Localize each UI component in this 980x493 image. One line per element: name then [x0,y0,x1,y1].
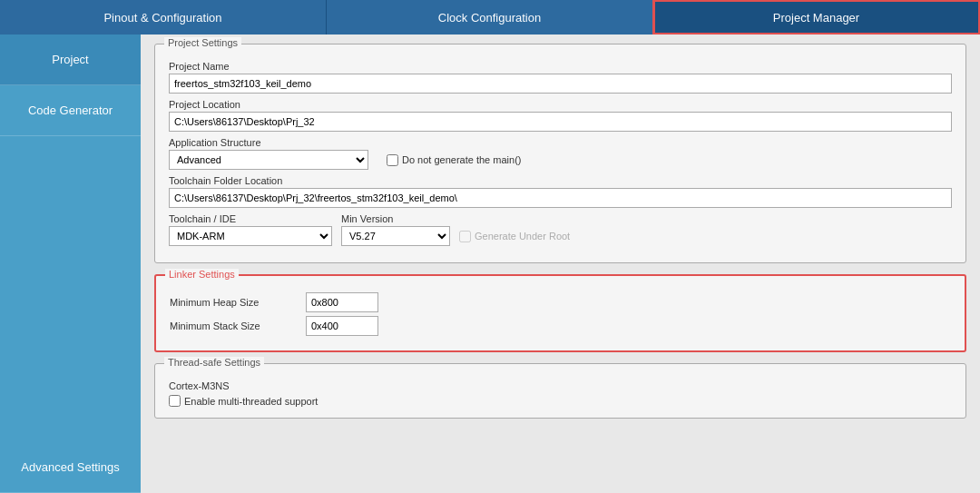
min-heap-label: Minimum Heap Size [170,297,306,308]
app-structure-select[interactable]: Advanced Basic [169,150,368,170]
app-structure-label: Application Structure [169,137,952,148]
min-stack-row: Minimum Stack Size [170,316,951,336]
min-heap-row: Minimum Heap Size [170,292,951,312]
project-location-label: Project Location [169,99,952,110]
thread-safe-section: Thread-safe Settings Cortex-M3NS Enable … [154,363,966,419]
tab-clock[interactable]: Clock Configuration [327,0,653,35]
generate-under-root-text: Generate Under Root [475,231,570,242]
toolchain-folder-input[interactable] [169,188,952,208]
min-heap-input[interactable] [306,292,378,312]
linker-settings-section: Linker Settings Minimum Heap Size Minimu… [154,274,966,352]
min-version-select[interactable]: V5.27 V5.36 [341,226,450,246]
enable-multithread-check[interactable] [169,395,181,407]
app-structure-row: Application Structure Advanced Basic Do … [169,137,952,170]
toolchain-folder-row: Toolchain Folder Location [169,175,952,208]
toolchain-ide-select[interactable]: MDK-ARM STM32CubeIDE Makefile [169,226,332,246]
main-layout: Project Code Generator Advanced Settings… [0,35,980,493]
sidebar-item-project[interactable]: Project [0,35,141,85]
enable-multithread-text: Enable multi-threaded support [184,396,318,407]
thread-safe-title: Thread-safe Settings [164,357,264,368]
tab-project-manager[interactable]: Project Manager [653,0,980,35]
generate-under-root-label[interactable]: Generate Under Root [459,231,570,242]
project-settings-title: Project Settings [164,37,241,48]
sidebar-item-code-generator[interactable]: Code Generator [0,85,141,136]
sidebar-item-advanced-settings[interactable]: Advanced Settings [0,442,141,493]
generate-under-root-check [459,231,471,242]
tab-pinout[interactable]: Pinout & Configuration [0,0,327,35]
project-name-input[interactable] [169,74,952,94]
toolchain-folder-label: Toolchain Folder Location [169,175,952,186]
min-version-label: Min Version [341,213,450,224]
cortex-label: Cortex-M3NS [169,380,952,391]
sidebar: Project Code Generator Advanced Settings [0,35,141,493]
toolchain-ide-label: Toolchain / IDE [169,213,332,224]
project-name-label: Project Name [169,61,952,72]
do-not-generate-main-check[interactable] [387,154,398,166]
content-area: Project Settings Project Name Project Lo… [141,35,980,493]
project-location-input[interactable] [169,112,952,132]
linker-settings-title: Linker Settings [165,269,239,280]
enable-multithread-label[interactable]: Enable multi-threaded support [169,395,952,407]
do-not-generate-main-checkbox[interactable]: Do not generate the main() [387,154,521,166]
min-stack-label: Minimum Stack Size [170,320,306,331]
project-settings-section: Project Settings Project Name Project Lo… [154,44,966,263]
toolchain-ide-row: Toolchain / IDE MDK-ARM STM32CubeIDE Mak… [169,213,952,246]
min-stack-input[interactable] [306,316,378,336]
project-name-row: Project Name [169,61,952,94]
top-navigation: Pinout & Configuration Clock Configurati… [0,0,980,35]
project-location-row: Project Location [169,99,952,132]
do-not-generate-main-label: Do not generate the main() [402,154,521,165]
